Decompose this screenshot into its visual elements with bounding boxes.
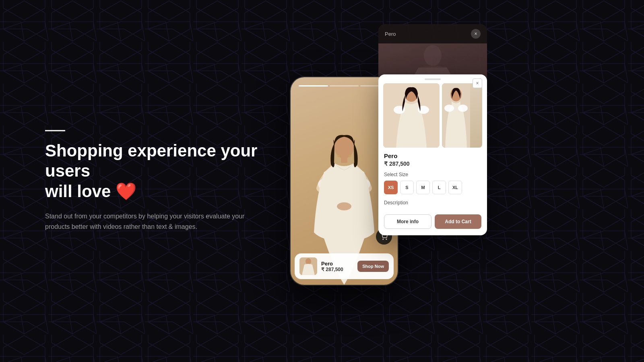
modal-product-price: ₹ 287,500	[384, 160, 481, 167]
divider-line	[45, 130, 65, 131]
svg-point-13	[383, 239, 384, 240]
modal-close-button[interactable]: ×	[473, 78, 482, 88]
svg-point-14	[386, 239, 387, 240]
modal-images	[378, 83, 487, 152]
size-options: XS S M L XL	[384, 181, 481, 194]
size-xs[interactable]: XS	[384, 181, 398, 194]
modal-product-name: Pero	[384, 152, 481, 159]
phone-progress-bar	[299, 85, 390, 86]
phone-product-price: ₹ 287,500	[321, 267, 353, 272]
modal-description-label: Description	[384, 200, 481, 206]
bg-phone-title: Pero	[385, 31, 396, 37]
more-info-button[interactable]: More info	[384, 214, 431, 229]
phone-product-name: Pero	[321, 261, 353, 267]
size-s[interactable]: S	[400, 181, 414, 194]
product-modal: ×	[378, 74, 487, 235]
phone-product-info: Pero ₹ 287,500	[321, 261, 353, 272]
size-l[interactable]: L	[432, 181, 446, 194]
svg-point-11	[349, 155, 351, 157]
phone-bottom-card: Pero ₹ 287,500 Shop Now	[295, 253, 394, 279]
modal-actions: More info Add to Cart	[378, 214, 487, 235]
bg-phone-header: Pero ×	[378, 24, 487, 43]
svg-point-12	[337, 202, 351, 210]
size-m[interactable]: M	[416, 181, 430, 194]
bg-phone-close-btn[interactable]: ×	[471, 29, 481, 39]
modal-image-2	[442, 83, 482, 148]
headline: Shopping experience your users will love…	[45, 141, 270, 202]
heart-emoji: ❤️	[116, 182, 136, 201]
subtext: Stand out from your competitors by helpi…	[45, 211, 254, 232]
progress-2	[330, 85, 359, 86]
progress-1	[299, 85, 328, 86]
modal-size-label: Select Size	[384, 172, 481, 177]
modal-drag-handle	[425, 78, 441, 80]
add-to-cart-button[interactable]: Add to Cart	[435, 214, 481, 229]
svg-point-10	[337, 155, 340, 157]
svg-point-23	[444, 105, 454, 112]
svg-point-24	[458, 105, 468, 112]
shop-now-button[interactable]: Shop Now	[357, 261, 389, 272]
svg-point-5	[424, 45, 442, 66]
size-xl[interactable]: XL	[448, 181, 462, 194]
svg-rect-7	[341, 157, 347, 163]
modal-product-info: Pero ₹ 287,500 Select Size XS S M L XL D…	[378, 152, 487, 214]
left-content: Shopping experience your users will love…	[45, 130, 270, 232]
modal-image-1	[383, 83, 440, 148]
product-thumbnail	[299, 257, 317, 275]
svg-point-16	[305, 258, 311, 265]
